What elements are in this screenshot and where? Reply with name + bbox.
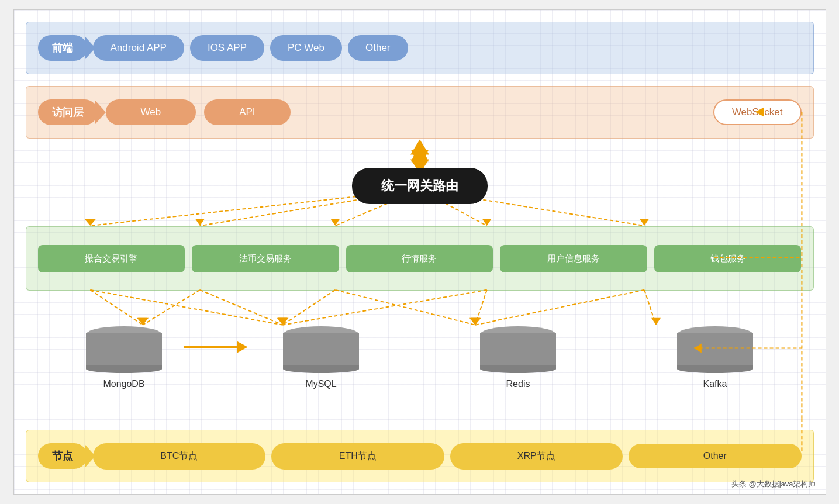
redis-item: Redis [480, 326, 556, 389]
pcweb-pill: PC Web [270, 35, 342, 61]
eth-node-pill: ETH节点 [271, 443, 444, 470]
redis-cylinder [480, 326, 556, 373]
service-layer: 撮合交易引擎 法币交易服务 行情服务 用户信息服务 钱包服务 [26, 226, 814, 291]
other-node-pill: Other [629, 444, 802, 468]
up-arrowhead [411, 143, 429, 161]
websocket-pill: WebSocket [713, 99, 802, 125]
access-label: 访问层 [38, 99, 98, 125]
arrowhead-s5 [640, 219, 649, 226]
api-pill: API [204, 99, 290, 125]
arrowhead-s3 [330, 219, 340, 226]
service-wallet: 钱包服务 [654, 245, 802, 272]
kafka-label: Kafka [703, 379, 727, 389]
mongodb-label: MongoDB [103, 379, 144, 389]
mysql-label: MySQL [305, 379, 336, 389]
svg-marker-0 [410, 139, 429, 154]
down-arrowhead [411, 150, 429, 167]
service-market: 行情服务 [346, 245, 493, 272]
frontend-layer: 前端 Android APP IOS APP PC Web Other [26, 22, 814, 74]
kafka-cylinder [677, 326, 753, 373]
web-pill: Web [106, 99, 196, 125]
gateway-box: 统一网关路由 [352, 168, 488, 204]
node-layer: 节点 BTC节点 ETH节点 XRP节点 Other [26, 430, 814, 482]
xrp-node-pill: XRP节点 [450, 443, 623, 470]
service-matching: 撮合交易引擎 [38, 245, 185, 272]
access-layer: 访问层 Web API WebSocket [26, 86, 814, 139]
arrowhead-s1 [84, 219, 96, 226]
mysql-item: MySQL [283, 326, 359, 389]
arrowhead-s2 [195, 219, 204, 226]
mongodb-cylinder [86, 326, 162, 373]
android-pill: Android APP [93, 35, 184, 61]
ios-pill: IOS APP [190, 35, 264, 61]
kafka-item: Kafka [677, 326, 753, 389]
frontend-label: 前端 [38, 35, 87, 61]
node-label: 节点 [38, 443, 87, 469]
redis-label: Redis [506, 379, 530, 389]
mysql-cylinder [283, 326, 359, 373]
watermark: 头条 @大数据java架构师 [731, 479, 816, 489]
btc-node-pill: BTC节点 [93, 443, 266, 470]
service-user: 用户信息服务 [500, 245, 647, 272]
mongodb-item: MongoDB [86, 326, 162, 389]
arrowhead-s4 [482, 219, 491, 226]
other-frontend-pill: Other [348, 35, 408, 61]
service-fiat: 法币交易服务 [192, 245, 339, 272]
database-row: MongoDB MySQL Redis Kafka [26, 320, 814, 396]
